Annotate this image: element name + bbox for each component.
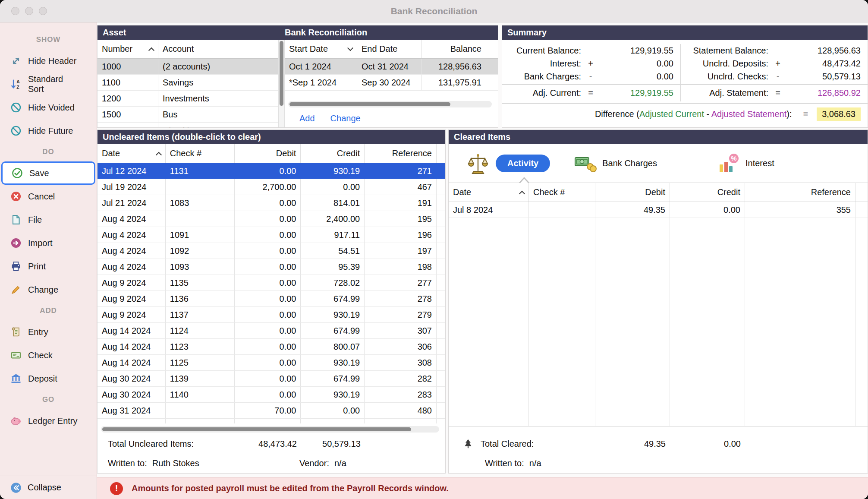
tab-activity-button[interactable]: Activity xyxy=(496,155,550,172)
column-header-credit[interactable]: Credit xyxy=(301,144,365,163)
asset-row[interactable]: 1100 Savings xyxy=(97,75,278,91)
uncleared-row[interactable]: Jul 19 2024 2,700.00 0.00 467 xyxy=(97,179,445,195)
cell-debit: 0.00 xyxy=(235,355,301,370)
sidebar-section-do: DO xyxy=(0,142,97,161)
dropdown-chevron-icon xyxy=(347,45,353,51)
cell-date: Sep 1 2024 xyxy=(97,419,166,423)
scrollbar-thumb[interactable] xyxy=(289,102,450,106)
column-header-start-date[interactable]: Start Date xyxy=(285,40,357,58)
uncleared-row[interactable]: Aug 9 2024 1135 0.00 728.02 277 xyxy=(97,275,445,291)
svg-text:Z: Z xyxy=(16,85,19,90)
cell-credit: 0.00 xyxy=(670,202,745,218)
column-header-check-number[interactable]: Check # xyxy=(166,144,235,163)
asset-row[interactable]: 1600 Checking xyxy=(97,123,278,127)
cell-check-number xyxy=(166,403,235,418)
uncleared-row[interactable]: Aug 9 2024 1136 0.00 674.99 278 xyxy=(97,291,445,307)
asset-row[interactable]: 1000 (2 accounts) xyxy=(97,59,278,75)
column-header-end-date[interactable]: End Date xyxy=(357,40,422,58)
sidebar-item-check[interactable]: Check xyxy=(0,344,97,367)
main-content: Asset Bank Reconciliation Number Account xyxy=(97,22,868,499)
cell-reference: 282 xyxy=(365,371,437,386)
sidebar-item-import[interactable]: Import xyxy=(0,231,97,255)
sidebar-item-deposit[interactable]: Deposit xyxy=(0,367,97,390)
tab-bank-charges-label[interactable]: Bank Charges xyxy=(602,158,657,168)
uncleared-row[interactable]: Jul 12 2024 1131 0.00 930.19 271 xyxy=(97,163,445,179)
close-window-button[interactable] xyxy=(11,7,19,15)
scrollbar-thumb[interactable] xyxy=(102,427,411,431)
sidebar-item-hide-future[interactable]: Hide Future xyxy=(0,119,97,142)
tab-bank-charges[interactable]: Bank Charges xyxy=(574,152,657,175)
uncleared-row[interactable]: Sep 1 2024 437.00 0.00 302 xyxy=(97,419,445,423)
sidebar-item-print[interactable]: Print xyxy=(0,255,97,278)
column-header-reference[interactable]: Reference xyxy=(745,183,855,202)
recon-table-header: Start Date End Date Balance xyxy=(285,40,498,59)
column-header-reference[interactable]: Reference xyxy=(365,144,437,163)
column-header-number[interactable]: Number xyxy=(97,40,158,58)
recon-row[interactable]: *Sep 1 2024 Sep 30 2024 131,975.91 xyxy=(285,75,498,91)
zoom-window-button[interactable] xyxy=(39,7,47,15)
equals-sign: = xyxy=(803,109,808,119)
uncleared-row[interactable]: Aug 4 2024 1091 0.00 917.11 196 xyxy=(97,227,445,243)
cell-account-name: Bus xyxy=(158,107,278,122)
minimize-window-button[interactable] xyxy=(25,7,33,15)
column-header-balance[interactable]: Balance xyxy=(422,40,486,58)
uncleared-row[interactable]: Aug 4 2024 1092 0.00 54.51 197 xyxy=(97,243,445,259)
collapse-button[interactable]: Collapse xyxy=(0,476,97,499)
change-link[interactable]: Change xyxy=(330,114,361,123)
tab-interest[interactable]: % Interest xyxy=(717,152,774,175)
uncleared-row[interactable]: Aug 4 2024 1093 0.00 95.39 198 xyxy=(97,259,445,275)
summary-row-operator: + xyxy=(768,59,787,69)
cleared-row[interactable]: Jul 8 2024 49.35 0.00 355 xyxy=(449,202,868,218)
asset-vertical-scrollbar[interactable] xyxy=(278,40,285,127)
column-header-label: Date xyxy=(102,148,120,158)
uncleared-horizontal-scrollbar[interactable] xyxy=(101,426,439,433)
sidebar-item-hide-header[interactable]: Hide Header xyxy=(0,49,97,73)
sidebar-item-standard-sort[interactable]: AZ Standard Sort xyxy=(0,73,97,96)
scales-icon xyxy=(466,152,490,176)
cell-debit: 0.00 xyxy=(235,387,301,402)
asset-row[interactable]: 1500 Bus xyxy=(97,107,278,123)
sidebar-item-hide-voided[interactable]: Hide Voided xyxy=(0,96,97,119)
percent-chart-icon: % xyxy=(717,152,740,175)
uncleared-row[interactable]: Aug 30 2024 1139 0.00 674.99 282 xyxy=(97,371,445,387)
add-link[interactable]: Add xyxy=(299,114,315,123)
uncleared-panel-header: Uncleared Items (double-click to clear) xyxy=(97,130,445,144)
cleared-table-body-wrap: Jul 8 2024 49.35 0.00 355 xyxy=(449,202,868,426)
uncleared-row[interactable]: Aug 14 2024 1125 0.00 930.19 308 xyxy=(97,355,445,371)
uncleared-row[interactable]: Aug 31 2024 70.00 0.00 480 xyxy=(97,403,445,419)
uncleared-row[interactable]: Aug 14 2024 1124 0.00 674.99 307 xyxy=(97,323,445,339)
uncleared-row[interactable]: Aug 14 2024 1123 0.00 800.07 306 xyxy=(97,339,445,355)
asset-row[interactable]: 1200 Investments xyxy=(97,91,278,107)
sidebar-item-change[interactable]: Change xyxy=(0,278,97,301)
uncleared-row[interactable]: Jul 21 2024 1083 0.00 814.01 191 xyxy=(97,195,445,211)
uncleared-row[interactable]: Aug 9 2024 1137 0.00 930.19 279 xyxy=(97,307,445,323)
column-header-credit[interactable]: Credit xyxy=(670,183,745,202)
summary-row-value: 50,579.13 xyxy=(787,72,861,82)
sidebar-item-cancel[interactable]: Cancel xyxy=(0,185,97,208)
printer-icon xyxy=(9,260,22,273)
uncleared-row[interactable]: Aug 30 2024 1140 0.00 930.19 283 xyxy=(97,387,445,403)
asset-recon-panel: Asset Bank Reconciliation Number Account xyxy=(97,25,498,128)
sidebar-item-entry[interactable]: Entry xyxy=(0,320,97,344)
uncleared-row[interactable]: Aug 4 2024 0.00 2,400.00 195 xyxy=(97,211,445,227)
sidebar-item-file[interactable]: File xyxy=(0,208,97,231)
cell-balance: 128,956.63 xyxy=(422,59,486,74)
asset-table-body: 1000 (2 accounts) 1100 Savings xyxy=(97,59,278,127)
column-header-date[interactable]: Date xyxy=(449,183,529,202)
column-header-debit[interactable]: Debit xyxy=(595,183,670,202)
column-header-check-number[interactable]: Check # xyxy=(529,183,595,202)
vendor-group: Vendor: n/a xyxy=(299,458,346,468)
sidebar-item-ledger-entry[interactable]: Ledger Entry xyxy=(0,409,97,433)
column-header-debit[interactable]: Debit xyxy=(235,144,301,163)
column-header-date[interactable]: Date xyxy=(97,144,166,163)
sidebar-item-save[interactable]: Save xyxy=(1,161,95,185)
sidebar-item-label: File xyxy=(28,215,42,225)
column-header-account[interactable]: Account xyxy=(158,40,278,58)
cell-account-name: Investments xyxy=(158,91,278,106)
tab-interest-label[interactable]: Interest xyxy=(745,158,774,168)
scrollbar-thumb[interactable] xyxy=(280,41,283,106)
recon-horizontal-scrollbar[interactable] xyxy=(288,101,492,107)
recon-row[interactable]: Oct 1 2024 Oct 31 2024 128,956.63 xyxy=(285,59,498,75)
collapse-circle-icon xyxy=(9,481,22,494)
tab-activity[interactable]: Activity xyxy=(466,152,550,176)
